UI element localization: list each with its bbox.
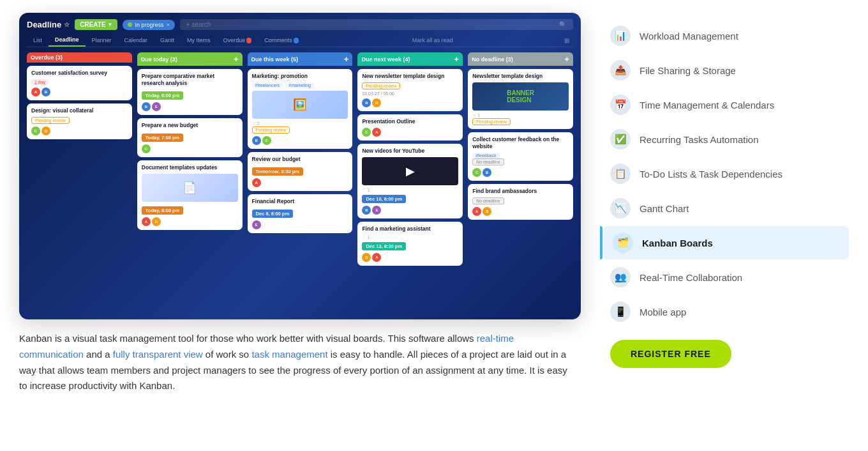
highlight-2: fully transparent view xyxy=(113,349,203,360)
avatar: A xyxy=(252,178,261,187)
card-youtube-videos[interactable]: New videos for YouTube ▶ ♡ 1 Dec 10, 8:0… xyxy=(357,144,463,218)
highlight-3: task management xyxy=(251,349,327,360)
col-header-today: Due today (3) + xyxy=(137,52,243,66)
nav-tab-list[interactable]: List xyxy=(27,34,49,46)
card-newsletter-template[interactable]: New newsletter template design Pending r… xyxy=(357,69,463,111)
avatar: C xyxy=(142,144,151,153)
card-brand-ambassadors[interactable]: Find brand ambassadors No deadline A D xyxy=(468,184,573,220)
col-header-thisweek: Due this week (5) + xyxy=(248,52,353,66)
avatar: D xyxy=(41,126,50,135)
card-marketing-assistant[interactable]: Find a marketing assistant ♡ 1 Dec 13, 8… xyxy=(357,222,463,266)
app-logo: Deadline ☆ xyxy=(27,20,70,29)
card-presentation-outline[interactable]: Presentation Outline C A xyxy=(357,114,463,141)
menu-item-wrapper-recurring: ✅ Recurring Tasks Automation xyxy=(600,123,849,156)
todo-icon: 📋 xyxy=(610,164,631,184)
card-financial-report[interactable]: Financial Report Dec 8, 8:00 pm E xyxy=(248,194,353,233)
card-collect-feedback[interactable]: Collect customer feedback on the website… xyxy=(468,132,573,181)
menu-item-mobile[interactable]: 📱 Mobile app xyxy=(600,295,696,328)
gantt-label: Gantt Chart xyxy=(640,203,689,214)
menu-item-wrapper-collab: 👥 Real-Time Collaboration xyxy=(600,261,849,294)
avatar: B xyxy=(362,206,371,215)
time-mgmt-label: Time Management & Calendars xyxy=(640,100,774,111)
avatar: C xyxy=(362,128,371,137)
recurring-icon: ✅ xyxy=(610,129,631,149)
card-market-research[interactable]: Prepare comparative market research anal… xyxy=(137,69,243,115)
nav-tab-calendar[interactable]: Calendar xyxy=(118,34,154,46)
card-marketing-promotion[interactable]: Marketing: promotion #freelancers #marke… xyxy=(248,69,353,149)
nodeadline-cards: Newsletter template design BANNERDESIGN … xyxy=(468,69,573,289)
menu-item-wrapper-mobile: 📱 Mobile app xyxy=(600,295,849,328)
menu-item-workload[interactable]: 📊 Workload Management xyxy=(600,19,749,52)
col-header-nodeadline: No deadline (3) + xyxy=(468,52,573,66)
col-add-today[interactable]: + xyxy=(234,54,239,64)
col-header-overdue: Overdue (3) xyxy=(27,52,132,63)
search-bar[interactable]: + search 🔍 xyxy=(180,19,573,30)
nav-tab-planner[interactable]: Planner xyxy=(86,34,118,46)
avatar: E xyxy=(152,102,161,111)
promo-image: 🖼️ xyxy=(252,91,348,119)
recurring-label: Recurring Tasks Automation xyxy=(640,134,758,145)
menu-item-file-sharing[interactable]: 📤 File Sharing & Storage xyxy=(600,54,746,87)
register-button[interactable]: REGISTER FREE xyxy=(610,340,731,368)
menu-item-kanban[interactable]: 🗂️ Kanban Boards xyxy=(602,226,849,259)
collab-icon: 👥 xyxy=(610,267,631,287)
menu-item-todo[interactable]: 📋 To-Do Lists & Task Dependencies xyxy=(600,157,793,190)
avatar: E xyxy=(372,206,381,215)
nextweek-cards: New newsletter template design Pending r… xyxy=(357,69,463,289)
search-icon: 🔍 xyxy=(559,21,567,28)
collab-label: Real-Time Collaboration xyxy=(640,272,742,283)
card-customer-survey[interactable]: Customer satisfaction survey 1 day A B xyxy=(27,66,132,100)
kanban-label: Kanban Boards xyxy=(642,238,713,248)
avatar: B xyxy=(252,136,261,145)
card-review-budget[interactable]: Review our budget Tomorrow, 8:30 pm A xyxy=(248,152,353,191)
create-button[interactable]: CREATE ▼ xyxy=(75,19,117,30)
menu-item-collab[interactable]: 👥 Real-Time Collaboration xyxy=(600,261,752,294)
nav-tab-comments[interactable]: Comments xyxy=(258,34,305,46)
kanban-col-thisweek: Due this week (5) + Marketing: promotion… xyxy=(248,52,353,289)
file-sharing-icon: 📤 xyxy=(610,60,631,80)
app-screenshot: Deadline ☆ CREATE ▼ In progress × + sear… xyxy=(19,13,581,319)
logo-text: Deadline xyxy=(27,20,61,29)
menu-item-recurring[interactable]: ✅ Recurring Tasks Automation xyxy=(600,123,768,156)
app-nav: List Deadline Planner Calendar Gantt My … xyxy=(27,34,573,47)
avatar: B xyxy=(142,102,151,111)
menu-item-wrapper-todo: 📋 To-Do Lists & Task Dependencies xyxy=(600,157,849,190)
comments-badge xyxy=(294,38,299,43)
avatar: D xyxy=(152,217,161,226)
today-cards: Prepare comparative market research anal… xyxy=(137,69,243,289)
kanban-col-overdue: Overdue (3) Customer satisfaction survey… xyxy=(27,52,132,289)
nav-tab-myitems[interactable]: My Items xyxy=(181,34,217,46)
col-add-nextweek[interactable]: + xyxy=(454,54,460,64)
nav-tab-overdue[interactable]: Overdue xyxy=(217,34,258,46)
workload-label: Workload Management xyxy=(640,31,738,42)
menu-item-wrapper-file-sharing: 📤 File Sharing & Storage xyxy=(600,54,849,87)
kanban-col-nodeadline: No deadline (3) + Newsletter template de… xyxy=(468,52,573,289)
status-pill[interactable]: In progress × xyxy=(123,20,174,30)
col-add-thisweek[interactable]: + xyxy=(344,54,349,64)
card-doc-templates[interactable]: Document templates updates 📄 Today, 8:00… xyxy=(137,160,243,230)
status-close-icon[interactable]: × xyxy=(167,22,170,28)
avatar: C xyxy=(472,168,481,177)
mobile-label: Mobile app xyxy=(640,307,686,317)
nav-tab-deadline[interactable]: Deadline xyxy=(49,34,86,47)
menu-item-wrapper-gantt: 📉 Gantt Chart xyxy=(600,192,849,225)
kanban-col-nextweek: Due next week (4) + New newsletter templ… xyxy=(357,52,463,289)
avatar: A xyxy=(372,128,381,137)
avatar: C xyxy=(262,136,271,145)
thisweek-cards: Marketing: promotion #freelancers #marke… xyxy=(248,69,353,289)
col-add-nodeadline[interactable]: + xyxy=(564,54,569,64)
card-newsletter-design[interactable]: Newsletter template design BANNERDESIGN … xyxy=(468,69,573,129)
overdue-cards: Customer satisfaction survey 1 day A B D… xyxy=(27,66,132,289)
avatar: A xyxy=(372,253,381,262)
nav-right-icon: ⊞ xyxy=(560,34,573,47)
menu-item-wrapper-workload: 📊 Workload Management xyxy=(600,19,849,52)
nav-tab-gantt[interactable]: Gantt xyxy=(154,34,181,46)
menu-item-time-mgmt[interactable]: 📅 Time Management & Calendars xyxy=(600,88,784,121)
nav-tab-markread[interactable]: Mark all as read xyxy=(407,34,458,46)
menu-item-wrapper-time-mgmt: 📅 Time Management & Calendars xyxy=(600,88,849,121)
overdue-badge xyxy=(246,38,251,43)
card-new-budget[interactable]: Prepare a new budget Today, 7:00 pm C xyxy=(137,118,243,157)
menu-item-gantt[interactable]: 📉 Gantt Chart xyxy=(600,192,700,225)
workload-icon: 📊 xyxy=(610,26,631,46)
card-design-visual[interactable]: Design: visual collateral Pending review… xyxy=(27,103,132,139)
